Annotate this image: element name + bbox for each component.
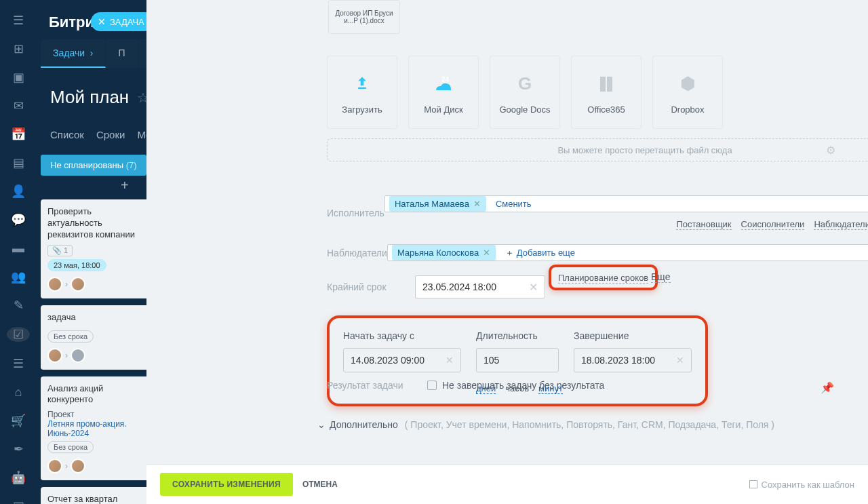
watcher-chip[interactable]: Марьяна Колоскова✕ <box>392 245 496 260</box>
tab-next[interactable]: П <box>106 39 138 68</box>
footer: СОХРАНИТЬ ИЗМЕНЕНИЯ ОТМЕНА Сохранить как… <box>146 464 868 504</box>
deadline-input[interactable]: 23.05.2024 18:00 ✕ <box>415 275 545 298</box>
subtab-list[interactable]: Список <box>50 129 84 140</box>
upload-tile-office[interactable]: Office365 <box>571 56 642 129</box>
app-icon-2[interactable]: ▣ <box>12 71 25 84</box>
calendar-icon[interactable]: 📅 <box>12 128 25 141</box>
robot-icon[interactable]: 🤖 <box>12 471 25 484</box>
upload-tile-local[interactable]: Загрузить <box>327 56 397 129</box>
cart-icon[interactable]: 🛒 <box>12 414 25 427</box>
extra-toggle[interactable]: ⌄ Дополнительно <box>317 419 398 430</box>
gear-icon[interactable]: ⚙ <box>826 144 835 157</box>
count-badge: 📎 1 <box>47 245 73 256</box>
svg-rect-0 <box>358 87 366 88</box>
subtabs: Список Сроки Мо <box>50 129 151 140</box>
avatar <box>47 459 62 473</box>
role-watchers[interactable]: Наблюдатели <box>814 219 868 230</box>
storage-icon[interactable]: ▬ <box>12 241 25 255</box>
label-duration: Длительность <box>476 330 559 341</box>
page-title: Мой план ☆ <box>50 87 149 108</box>
clear-icon[interactable]: ✕ <box>522 281 545 294</box>
label-deadline: Крайний срок <box>327 282 415 292</box>
close-icon[interactable]: ✕ <box>98 16 106 27</box>
cancel-button[interactable]: ОТМЕНА <box>302 480 338 489</box>
chat-icon[interactable]: 💬 <box>12 213 25 227</box>
avatar <box>71 348 85 363</box>
upload-tile-dropbox[interactable]: ⬢ Dropbox <box>652 56 723 129</box>
planning-block: Начать задачу с 14.08.2023 09:00✕ Длител… <box>327 315 708 406</box>
save-button[interactable]: СОХРАНИТЬ ИЗМЕНЕНИЯ <box>160 473 293 496</box>
label-start: Начать задачу с <box>343 330 461 341</box>
avatar <box>71 277 85 292</box>
remove-icon[interactable]: ✕ <box>473 199 481 209</box>
cards-column: Проверить актуальность реквизитов компан… <box>41 199 149 504</box>
avatar <box>47 277 62 292</box>
due-chip: Без срока <box>47 441 94 453</box>
filter-icon[interactable]: ☰ <box>12 357 25 370</box>
add-watcher-link[interactable]: ＋ Добавить еще <box>505 247 575 259</box>
group-icon[interactable]: 👥 <box>12 270 25 284</box>
add-icon[interactable]: + <box>121 178 129 193</box>
tab-tasks[interactable]: Задачи › <box>41 39 106 68</box>
upload-tile-google[interactable]: G Google Docs <box>490 56 560 129</box>
task-card[interactable]: задача Без срока › <box>41 305 149 370</box>
avatar <box>47 348 62 363</box>
task-editor-panel: Договор ИП Бруси и...Р (1).docx Загрузит… <box>146 0 868 464</box>
avatar <box>71 459 85 473</box>
doc-icon[interactable]: ▤ <box>12 156 25 170</box>
mail-icon[interactable]: ✉ <box>12 99 25 113</box>
role-coexecutors[interactable]: Соисполнители <box>741 219 805 230</box>
pin-icon[interactable]: 📌 <box>821 381 834 394</box>
upload-sources: Загрузить 24 Мой Диск G Google Docs Offi… <box>327 56 723 129</box>
due-chip: 23 мая, 18:00 <box>47 259 106 271</box>
remove-icon[interactable]: ✕ <box>483 248 490 258</box>
start-input[interactable]: 14.08.2023 09:00✕ <box>343 348 461 372</box>
result-row: Результат задачи Не завершать задачу без… <box>327 380 604 391</box>
contacts-icon[interactable]: 👤 <box>12 185 25 198</box>
left-rail: ☰ ⊞ ▣ ✉ 📅 ▤ 👤 💬 ▬ 👥 ✎ ☑ ☰ ⌂ 🛒 ✒ 🤖 ▣ C 📊 … <box>0 0 37 504</box>
dropzone[interactable]: Вы можете просто перетащить файл сюда <box>327 138 868 161</box>
more-link[interactable]: Еще <box>651 271 671 283</box>
label-end: Завершение <box>574 330 692 341</box>
task-form: Исполнитель Наталья Мамаева✕ Сменить Пос… <box>327 189 841 406</box>
task-card[interactable]: Отчет за квартал Без срока🖶 › <box>41 487 149 504</box>
label-watchers: Наблюдатели <box>327 248 387 258</box>
filter-unplanned[interactable]: Не спланированы (7) <box>41 155 146 176</box>
task-card[interactable]: Проверить актуальность реквизитов компан… <box>41 199 149 298</box>
attachment-thumb[interactable]: Договор ИП Бруси и...Р (1).docx <box>328 0 400 34</box>
tasks-icon[interactable]: ☑ <box>7 327 30 342</box>
task-badge[interactable]: ✕ ЗАДАЧА <box>91 12 154 31</box>
change-assignee-link[interactable]: Сменить <box>496 199 532 209</box>
svg-rect-1 <box>600 77 606 92</box>
task-card[interactable]: Анализ акций конкуренто Проект Летняя пр… <box>41 376 149 481</box>
project-link[interactable]: Летняя промо-акция. Июнь-2024 <box>47 419 142 438</box>
role-creator[interactable]: Постановщик <box>676 219 731 230</box>
edit-icon[interactable]: ✎ <box>12 298 25 312</box>
end-input[interactable]: 18.08.2023 18:00✕ <box>574 348 692 372</box>
save-template-checkbox[interactable]: Сохранить как шаблон <box>749 480 854 490</box>
due-chip: Без срока <box>47 330 94 343</box>
duration-input[interactable]: 105 <box>476 348 559 372</box>
clear-icon[interactable]: ✕ <box>446 355 454 366</box>
assignee-chip[interactable]: Наталья Мамаева✕ <box>389 196 486 212</box>
sign-icon[interactable]: ✒ <box>12 442 25 456</box>
shop-icon[interactable]: ⌂ <box>12 385 25 399</box>
subtab-dates[interactable]: Сроки <box>96 129 125 140</box>
result-checkbox[interactable]: Не завершать задачу без результата <box>427 380 604 391</box>
extra-row: ⌄ Дополнительно ( Проект, Учет времени, … <box>317 419 774 430</box>
label-assignee: Исполнитель <box>327 208 384 218</box>
app-icon-1[interactable]: ⊞ <box>12 42 25 56</box>
svg-rect-2 <box>607 77 612 92</box>
cube-icon[interactable]: ▣ <box>12 499 25 504</box>
clear-icon[interactable]: ✕ <box>676 355 684 366</box>
upload-tile-mydisk[interactable]: 24 Мой Диск <box>408 56 479 129</box>
planning-toggle[interactable]: Планирование сроков <box>549 265 658 290</box>
menu-icon[interactable]: ☰ <box>12 14 25 27</box>
